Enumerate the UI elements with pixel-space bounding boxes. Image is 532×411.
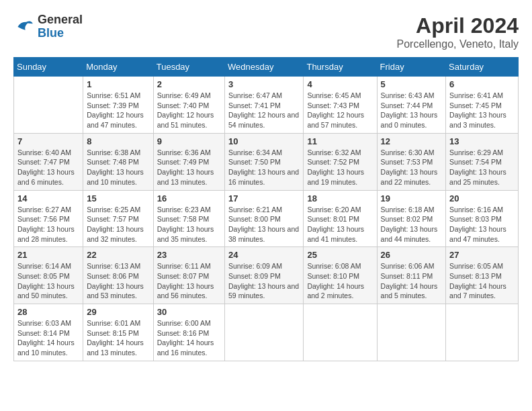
calendar-cell (446, 304, 519, 361)
day-number: 24 (228, 250, 300, 260)
calendar-cell: 19Sunrise: 6:18 AMSunset: 8:02 PMDayligh… (377, 190, 446, 247)
calendar-week-row: 7Sunrise: 6:40 AMSunset: 7:47 PMDaylight… (14, 133, 519, 190)
day-info: Sunrise: 6:32 AMSunset: 7:52 PMDaylight:… (307, 148, 373, 187)
calendar-cell: 4Sunrise: 6:45 AMSunset: 7:43 PMDaylight… (304, 77, 377, 134)
day-number: 3 (228, 79, 300, 89)
day-number: 27 (449, 250, 515, 260)
day-number: 22 (87, 250, 149, 260)
day-info: Sunrise: 6:11 AMSunset: 8:07 PMDaylight:… (157, 261, 221, 301)
day-number: 10 (228, 136, 300, 146)
header-row: Sunday Monday Tuesday Wednesday Thursday… (14, 58, 519, 77)
day-info: Sunrise: 6:45 AMSunset: 7:43 PMDaylight:… (307, 91, 373, 130)
calendar-cell: 17Sunrise: 6:21 AMSunset: 8:00 PMDayligh… (225, 190, 304, 247)
day-info: Sunrise: 6:25 AMSunset: 7:57 PMDaylight:… (87, 205, 149, 244)
logo: General Blue (13, 13, 83, 40)
calendar-cell: 14Sunrise: 6:27 AMSunset: 7:56 PMDayligh… (14, 190, 83, 247)
day-number: 28 (17, 307, 79, 317)
day-info: Sunrise: 6:38 AMSunset: 7:48 PMDaylight:… (87, 148, 149, 187)
day-info: Sunrise: 6:21 AMSunset: 8:00 PMDaylight:… (228, 205, 300, 244)
calendar-week-row: 21Sunrise: 6:14 AMSunset: 8:05 PMDayligh… (14, 247, 519, 304)
calendar-cell: 27Sunrise: 6:05 AMSunset: 8:13 PMDayligh… (446, 247, 519, 304)
calendar-cell: 2Sunrise: 6:49 AMSunset: 7:40 PMDaylight… (153, 77, 224, 134)
calendar-cell (304, 304, 377, 361)
calendar-table: Sunday Monday Tuesday Wednesday Thursday… (13, 57, 519, 361)
day-number: 15 (87, 193, 149, 203)
header-thursday: Thursday (304, 58, 377, 77)
page-header: General Blue April 2024 Porcellengo, Ven… (13, 13, 519, 50)
header-friday: Friday (377, 58, 446, 77)
logo-text: General Blue (38, 13, 83, 40)
day-number: 21 (17, 250, 79, 260)
day-info: Sunrise: 6:05 AMSunset: 8:13 PMDaylight:… (449, 261, 515, 301)
calendar-cell (14, 77, 83, 134)
day-number: 8 (87, 136, 149, 146)
day-info: Sunrise: 6:41 AMSunset: 7:45 PMDaylight:… (449, 91, 515, 130)
day-info: Sunrise: 6:18 AMSunset: 8:02 PMDaylight:… (381, 205, 443, 244)
calendar-cell: 20Sunrise: 6:16 AMSunset: 8:03 PMDayligh… (446, 190, 519, 247)
day-number: 11 (307, 136, 373, 146)
day-number: 5 (381, 79, 443, 89)
calendar-cell: 5Sunrise: 6:43 AMSunset: 7:44 PMDaylight… (377, 77, 446, 134)
calendar-cell: 24Sunrise: 6:09 AMSunset: 8:09 PMDayligh… (225, 247, 304, 304)
day-info: Sunrise: 6:00 AMSunset: 8:16 PMDaylight:… (157, 318, 221, 358)
calendar-week-row: 14Sunrise: 6:27 AMSunset: 7:56 PMDayligh… (14, 190, 519, 247)
day-number: 4 (307, 79, 373, 89)
calendar-cell: 28Sunrise: 6:03 AMSunset: 8:14 PMDayligh… (14, 304, 83, 361)
logo-general: General (38, 13, 83, 26)
day-info: Sunrise: 6:49 AMSunset: 7:40 PMDaylight:… (157, 91, 221, 130)
calendar-cell: 22Sunrise: 6:13 AMSunset: 8:06 PMDayligh… (83, 247, 153, 304)
calendar-cell: 6Sunrise: 6:41 AMSunset: 7:45 PMDaylight… (446, 77, 519, 134)
day-info: Sunrise: 6:09 AMSunset: 8:09 PMDaylight:… (228, 261, 300, 301)
calendar-cell: 15Sunrise: 6:25 AMSunset: 7:57 PMDayligh… (83, 190, 153, 247)
header-sunday: Sunday (14, 58, 83, 77)
day-number: 14 (17, 193, 79, 203)
calendar-cell: 8Sunrise: 6:38 AMSunset: 7:48 PMDaylight… (83, 133, 153, 190)
calendar-cell: 16Sunrise: 6:23 AMSunset: 7:58 PMDayligh… (153, 190, 224, 247)
day-info: Sunrise: 6:36 AMSunset: 7:49 PMDaylight:… (157, 148, 221, 187)
day-info: Sunrise: 6:20 AMSunset: 8:01 PMDaylight:… (307, 205, 373, 244)
day-number: 25 (307, 250, 373, 260)
calendar-cell: 3Sunrise: 6:47 AMSunset: 7:41 PMDaylight… (225, 77, 304, 134)
calendar-cell: 7Sunrise: 6:40 AMSunset: 7:47 PMDaylight… (14, 133, 83, 190)
calendar-cell: 18Sunrise: 6:20 AMSunset: 8:01 PMDayligh… (304, 190, 377, 247)
calendar-title: April 2024 (397, 13, 519, 38)
day-info: Sunrise: 6:40 AMSunset: 7:47 PMDaylight:… (17, 148, 79, 187)
day-number: 19 (381, 193, 443, 203)
calendar-cell: 9Sunrise: 6:36 AMSunset: 7:49 PMDaylight… (153, 133, 224, 190)
day-info: Sunrise: 6:06 AMSunset: 8:11 PMDaylight:… (381, 261, 443, 301)
day-info: Sunrise: 6:23 AMSunset: 7:58 PMDaylight:… (157, 205, 221, 244)
day-number: 20 (449, 193, 515, 203)
day-number: 17 (228, 193, 300, 203)
header-tuesday: Tuesday (153, 58, 224, 77)
calendar-cell: 25Sunrise: 6:08 AMSunset: 8:10 PMDayligh… (304, 247, 377, 304)
day-number: 12 (381, 136, 443, 146)
day-number: 29 (87, 307, 149, 317)
day-info: Sunrise: 6:30 AMSunset: 7:53 PMDaylight:… (381, 148, 443, 187)
title-block: April 2024 Porcellengo, Veneto, Italy (397, 13, 519, 50)
header-monday: Monday (83, 58, 153, 77)
day-info: Sunrise: 6:13 AMSunset: 8:06 PMDaylight:… (87, 261, 149, 301)
day-number: 30 (157, 307, 221, 317)
day-info: Sunrise: 6:29 AMSunset: 7:54 PMDaylight:… (449, 148, 515, 187)
day-number: 1 (87, 79, 149, 89)
calendar-cell: 26Sunrise: 6:06 AMSunset: 8:11 PMDayligh… (377, 247, 446, 304)
day-number: 9 (157, 136, 221, 146)
day-number: 6 (449, 79, 515, 89)
calendar-cell: 1Sunrise: 6:51 AMSunset: 7:39 PMDaylight… (83, 77, 153, 134)
calendar-body: 1Sunrise: 6:51 AMSunset: 7:39 PMDaylight… (14, 77, 519, 361)
calendar-cell (377, 304, 446, 361)
day-info: Sunrise: 6:47 AMSunset: 7:41 PMDaylight:… (228, 91, 300, 130)
calendar-cell: 30Sunrise: 6:00 AMSunset: 8:16 PMDayligh… (153, 304, 224, 361)
calendar-cell: 11Sunrise: 6:32 AMSunset: 7:52 PMDayligh… (304, 133, 377, 190)
calendar-week-row: 1Sunrise: 6:51 AMSunset: 7:39 PMDaylight… (14, 77, 519, 134)
calendar-week-row: 28Sunrise: 6:03 AMSunset: 8:14 PMDayligh… (14, 304, 519, 361)
calendar-cell: 21Sunrise: 6:14 AMSunset: 8:05 PMDayligh… (14, 247, 83, 304)
day-number: 7 (17, 136, 79, 146)
day-info: Sunrise: 6:16 AMSunset: 8:03 PMDaylight:… (449, 205, 515, 244)
calendar-cell: 10Sunrise: 6:34 AMSunset: 7:50 PMDayligh… (225, 133, 304, 190)
day-number: 2 (157, 79, 221, 89)
calendar-subtitle: Porcellengo, Veneto, Italy (397, 38, 519, 50)
day-info: Sunrise: 6:51 AMSunset: 7:39 PMDaylight:… (87, 91, 149, 130)
day-number: 18 (307, 193, 373, 203)
day-info: Sunrise: 6:14 AMSunset: 8:05 PMDaylight:… (17, 261, 79, 301)
